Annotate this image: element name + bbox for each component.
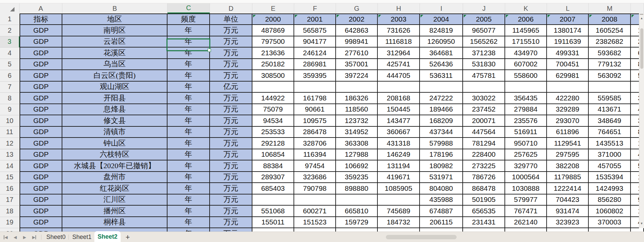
cell-value-r2-y2001[interactable]: 565875 xyxy=(294,25,336,36)
cell-value-r11-y2005[interactable]: 447564 xyxy=(463,127,505,138)
cell-indicator-r6[interactable]: GDP xyxy=(20,70,62,82)
cell-value-r16-y2002[interactable]: 898880 xyxy=(336,183,378,194)
cell-frequency-r20[interactable]: 年 xyxy=(167,228,210,232)
cell-partial-r20[interactable] xyxy=(631,228,644,232)
cell-value-r18-y2004[interactable]: 674887 xyxy=(420,206,463,217)
cell-unit-r12[interactable]: 万元 xyxy=(210,138,252,149)
row-header-15[interactable]: 15 xyxy=(0,172,20,183)
cell-region-r4[interactable]: 花溪区 xyxy=(62,48,167,59)
cell-value-r18-y2008[interactable]: 1060802 xyxy=(589,206,631,217)
cell-value-r6-y2005[interactable]: 475781 xyxy=(463,70,505,82)
cell-value-r11-y2003[interactable]: 360667 xyxy=(378,127,420,138)
cell-region-r15[interactable]: 盘州市 xyxy=(62,172,167,183)
cell-value-r9-y2003[interactable]: 150445 xyxy=(378,104,420,116)
cell-value-r19-y2008[interactable]: 370003 xyxy=(589,217,631,229)
cell-value-r4-y2008[interactable]: 593682 xyxy=(589,48,631,59)
cell-value-r4-y2006[interactable]: 434970 xyxy=(505,48,547,59)
cell-value-r9-y2008[interactable]: 413671 xyxy=(589,104,631,116)
row-header-11[interactable]: 11 xyxy=(0,127,20,138)
cell-value-r11-y2001[interactable]: 286478 xyxy=(294,127,336,138)
cell-value-r14-y2000[interactable]: 88384 xyxy=(252,160,294,172)
row-header-20[interactable]: 20 xyxy=(0,228,20,232)
cell-value-r2-y2003[interactable]: 731626 xyxy=(378,25,420,36)
cell-value-r16-y2000[interactable]: 685403 xyxy=(252,183,294,194)
cell-value-r17-y2001[interactable] xyxy=(294,194,336,206)
cell-value-r15-y2008[interactable]: 1535394 xyxy=(589,172,631,183)
cell-value-r11-y2006[interactable]: 516911 xyxy=(505,127,547,138)
cell-value-r16-y2001[interactable]: 790798 xyxy=(294,183,336,194)
cell-value-r9-y2005[interactable]: 237452 xyxy=(463,104,505,116)
cell-value-r8-y2002[interactable]: 186326 xyxy=(336,93,378,104)
cell-unit-r18[interactable]: 万元 xyxy=(210,206,252,217)
cell-frequency-r17[interactable]: 年 xyxy=(167,194,210,206)
cell-value-r10-y2001[interactable]: 109575 xyxy=(294,115,336,127)
header-cell-频度[interactable]: 频度 xyxy=(167,13,210,25)
scroll-up-icon[interactable]: ▲ xyxy=(639,17,644,20)
col-header-n[interactable] xyxy=(631,3,644,13)
cell-value-r5-y2001[interactable]: 286981 xyxy=(294,59,336,70)
cell-value-r15-y2003[interactable]: 419671 xyxy=(378,172,420,183)
cell-indicator-r9[interactable]: GDP xyxy=(20,104,62,116)
row-header-4[interactable]: 4 xyxy=(0,48,20,59)
cell-value-r18-y2002[interactable]: 665810 xyxy=(336,206,378,217)
cell-region-r19[interactable]: 桐梓县 xyxy=(62,217,167,229)
cell-region-r17[interactable]: 汇川区 xyxy=(62,194,167,206)
cell-value-r6-y2006[interactable]: 558600 xyxy=(505,70,547,82)
row-header-2[interactable]: 2 xyxy=(0,25,20,36)
cell-value-r20-y2007[interactable] xyxy=(547,228,589,232)
cell-value-r18-y2007[interactable]: 931474 xyxy=(547,206,589,217)
cell-indicator-r11[interactable]: GDP xyxy=(20,127,62,138)
cell-indicator-r12[interactable]: GDP xyxy=(20,138,62,149)
cell-value-r4-y2002[interactable]: 277610 xyxy=(336,48,378,59)
cell-frequency-r9[interactable]: 年 xyxy=(167,104,210,116)
cell-value-r15-y2006[interactable]: 1000564 xyxy=(505,172,547,183)
cell-value-r8-y2006[interactable]: 356435 xyxy=(505,93,547,104)
cell-value-r7-y2000[interactable] xyxy=(252,82,294,93)
cell-value-r16-y2007[interactable]: 1222414 xyxy=(547,183,589,194)
cell-value-r16-y2008[interactable]: 1424993 xyxy=(589,183,631,194)
cell-indicator-r15[interactable]: GDP xyxy=(20,172,62,183)
prev-sheet-button[interactable]: ◀ xyxy=(11,232,19,242)
cell-value-r13-y2006[interactable]: 257625 xyxy=(505,149,547,161)
cell-region-r8[interactable]: 开阳县 xyxy=(62,93,167,104)
col-header-F[interactable]: F xyxy=(294,3,336,13)
cell-value-r15-y2000[interactable]: 289307 xyxy=(252,172,294,183)
cell-value-r16-y2006[interactable]: 1030888 xyxy=(505,183,547,194)
cell-value-r7-y2003[interactable] xyxy=(378,82,420,93)
cell-value-r12-y2002[interactable]: 363308 xyxy=(336,138,378,149)
cell-unit-r5[interactable]: 万元 xyxy=(210,59,252,70)
cell-value-r18-y2006[interactable]: 767471 xyxy=(505,206,547,217)
cell-value-r17-y2003[interactable] xyxy=(378,194,420,206)
cell-value-r7-y2008[interactable] xyxy=(589,82,631,93)
cell-value-r13-y2002[interactable]: 127988 xyxy=(336,149,378,161)
cell-value-r17-y2005[interactable]: 501905 xyxy=(463,194,505,206)
cell-value-r6-y2007[interactable]: 629981 xyxy=(547,70,589,82)
cell-value-r9-y2002[interactable]: 118560 xyxy=(336,104,378,116)
cell-value-r4-y2004[interactable]: 364681 xyxy=(420,48,463,59)
cell-value-r7-y2002[interactable] xyxy=(336,82,378,93)
row-header-9[interactable]: 9 xyxy=(0,104,20,116)
cell-value-r13-y2000[interactable]: 106854 xyxy=(252,149,294,161)
cell-value-r5-y2004[interactable]: 526436 xyxy=(420,59,463,70)
cell-value-r3-y2008[interactable]: 2382682 xyxy=(589,36,631,48)
cell-frequency-r10[interactable]: 年 xyxy=(167,115,210,127)
cell-value-r17-y2000[interactable] xyxy=(252,194,294,206)
col-header-A[interactable]: A xyxy=(20,3,62,13)
cell-value-r8-y2001[interactable]: 161798 xyxy=(294,93,336,104)
year-header-2001[interactable]: 2001 xyxy=(294,13,336,25)
cell-indicator-r13[interactable]: GDP xyxy=(20,149,62,161)
cell-value-r4-y2005[interactable]: 371238 xyxy=(463,48,505,59)
row-header-17[interactable]: 17 xyxy=(0,194,20,206)
cell-value-r11-y2007[interactable]: 611896 xyxy=(547,127,589,138)
col-header-G[interactable]: G xyxy=(336,3,378,13)
cell-unit-r11[interactable]: 万元 xyxy=(210,127,252,138)
cell-frequency-r6[interactable]: 年 xyxy=(167,70,210,82)
cell-value-r10-y2000[interactable]: 94534 xyxy=(252,115,294,127)
cell-value-r17-y2006[interactable]: 579977 xyxy=(505,194,547,206)
cell-value-r7-y2005[interactable] xyxy=(463,82,505,93)
cell-frequency-r3[interactable]: 年 xyxy=(167,36,210,48)
cell-region-r3[interactable]: 云岩区 xyxy=(62,36,167,48)
col-header-B[interactable]: B xyxy=(62,3,167,13)
cell-value-r20-y2002[interactable] xyxy=(336,228,378,232)
cell-value-r18-y2001[interactable]: 600271 xyxy=(294,206,336,217)
